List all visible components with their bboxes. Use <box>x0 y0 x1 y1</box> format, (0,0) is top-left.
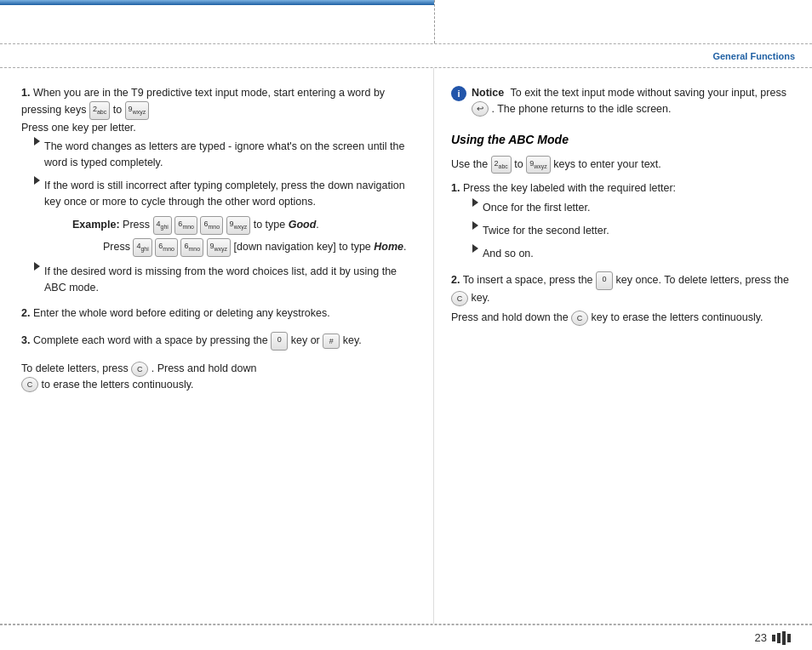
footer: 23 <box>0 624 812 650</box>
abc-key-c2: C <box>571 311 588 326</box>
item1-text-before-keys: When you are in the T9 predictive text i… <box>21 87 385 116</box>
item1-number: 1. <box>21 87 30 99</box>
section-title-row: General Functions <box>0 44 812 68</box>
key-c-left: C <box>131 362 148 377</box>
bullet-arrow-2 <box>34 176 40 185</box>
key-9wxyz: 9wxyz <box>125 101 150 120</box>
key-2abc: 2abc <box>89 101 110 120</box>
item3-key-end: key. <box>343 334 362 346</box>
key-c-left2: C <box>21 377 38 392</box>
abc-key-9: 9wxyz <box>526 156 551 174</box>
example1-period: . <box>316 220 318 231</box>
abc-intro: Use the 2abc to 9wxyz keys to enter your… <box>451 156 795 174</box>
key-hash: # <box>323 334 340 349</box>
abc-key-0: 0 <box>596 271 613 290</box>
example2-word: Home <box>374 241 403 253</box>
notice-key: ↩ <box>472 101 489 117</box>
notice-icon: i <box>451 86 466 101</box>
notice-text: To exit the text input mode without savi… <box>510 87 786 99</box>
abc-item-2-text2: Press and hold down the C key to erase t… <box>451 310 795 326</box>
abc-key-c: C <box>451 291 468 306</box>
bar-1 <box>772 635 775 641</box>
abc-item2-number: 2. <box>451 275 460 287</box>
left-bullet-1-text: The word changes as letters are typed - … <box>44 139 416 171</box>
abc-arrow-3 <box>472 244 478 253</box>
delete-text1: To delete letters, press <box>21 362 131 374</box>
delete-note-text: To delete letters, press C . Press and h… <box>21 361 416 393</box>
item3-number: 3. <box>21 334 30 346</box>
left-bullet-2: If the word is still incorrect after typ… <box>21 178 416 210</box>
example2-nav: [down navigation key] to type <box>234 241 375 253</box>
notice-label: Notice <box>472 87 504 99</box>
left-bullet-1: The word changes as letters are typed - … <box>21 139 416 171</box>
notice-box: i Notice To exit the text input mode wit… <box>451 85 795 117</box>
abc-item2-content2: key once. To delete letters, press the <box>616 275 789 287</box>
key-4ghi: 4ghi <box>153 216 172 235</box>
abc-item-2: 2. To insert a space, press the 0 key on… <box>451 271 795 325</box>
bar-4 <box>787 634 791 642</box>
page-bars <box>772 631 791 645</box>
top-header <box>0 0 812 44</box>
key-9wxyz-3: 9wxyz <box>207 238 232 257</box>
abc-item-1-text: 1. Press the key labeled with the requir… <box>451 180 795 197</box>
header-blue-stripe <box>0 0 434 5</box>
abc-item2-erase: key to erase the letters continuously. <box>592 311 763 323</box>
example2-period: . <box>403 241 406 253</box>
item2-number: 2. <box>21 307 30 319</box>
example1-word: Good <box>289 220 317 231</box>
example-line-1: Example: Press 4ghi 6mno 6mno 9wxyz to t… <box>72 216 416 235</box>
delete-note: To delete letters, press C . Press and h… <box>21 361 416 393</box>
item1-to: to <box>113 104 125 116</box>
left-bullet-3-text: If the desired word is missing from the … <box>44 264 416 296</box>
abc-bullet-1: Once for the first letter. <box>451 200 795 216</box>
bullet-arrow-1 <box>34 137 40 145</box>
abc-item1-number: 1. <box>451 182 460 194</box>
key-6mno-2: 6mno <box>200 216 223 235</box>
abc-section-title: Using the ABC Mode <box>451 131 795 149</box>
abc-arrow-1 <box>472 198 478 207</box>
abc-item2-hold: Press and hold down the <box>451 311 571 323</box>
abc-item2-content3: key. <box>471 292 489 304</box>
abc-bullet-3-text: And so on. <box>483 246 534 262</box>
left-item-1-text: 1. When you are in the T9 predictive tex… <box>21 85 416 135</box>
abc-bullet-3: And so on. <box>451 246 795 262</box>
abc-keys-text: keys to enter your text. <box>553 158 660 170</box>
section-title: General Functions <box>712 51 795 61</box>
page-number: 23 <box>755 631 767 644</box>
bullet-arrow-3 <box>34 262 40 271</box>
header-right-panel <box>434 0 812 43</box>
key-6mno-3: 6mno <box>155 238 178 257</box>
bar-3 <box>782 631 786 645</box>
left-item-3: 3. Complete each word with a space by pr… <box>21 332 416 351</box>
left-item-2-text: 2. Enter the whole word before editing o… <box>21 305 416 322</box>
abc-key-2: 2abc <box>491 156 512 174</box>
abc-item1-content: Press the key labeled with the required … <box>463 182 676 194</box>
abc-item-2-text: 2. To insert a space, press the 0 key on… <box>451 271 795 306</box>
page-container: General Functions 1. When you are in the… <box>0 0 812 650</box>
item3-content: Complete each word with a space by press… <box>33 334 271 346</box>
left-bullet-2-text: If the word is still incorrect after typ… <box>44 178 416 210</box>
item3-key-or: key or <box>291 334 323 346</box>
left-bullet-3: If the desired word is missing from the … <box>21 264 416 296</box>
abc-use-text: Use the <box>451 158 491 170</box>
left-item-1: 1. When you are in the T9 predictive tex… <box>21 85 416 295</box>
header-left-panel <box>0 0 434 43</box>
abc-arrow-2 <box>472 221 478 230</box>
left-item-3-text: 3. Complete each word with a space by pr… <box>21 332 416 351</box>
example-line-2: Press 4ghi 6mno 6mno 9wxyz [down navigat… <box>72 238 416 257</box>
key-4ghi-2: 4ghi <box>133 238 152 257</box>
example1-press: Press <box>123 220 152 231</box>
notice-text2: . The phone returns to the idle screen. <box>491 103 671 115</box>
delete-text3: to erase the letters continuously. <box>41 379 193 391</box>
item1-press-text: Press one key per letter. <box>21 122 136 134</box>
abc-bullet-1-text: Once for the first letter. <box>483 200 590 216</box>
abc-bullet-2: Twice for the second letter. <box>451 223 795 239</box>
abc-bullet-2-text: Twice for the second letter. <box>483 223 609 239</box>
notice-content: Notice To exit the text input mode witho… <box>472 85 795 117</box>
key-6mno-4: 6mno <box>180 238 203 257</box>
example-label: Example: <box>72 220 120 231</box>
delete-text2: . Press and hold down <box>152 362 257 374</box>
abc-item-1: 1. Press the key labeled with the requir… <box>451 180 795 261</box>
right-column: i Notice To exit the text input mode wit… <box>434 68 812 624</box>
abc-item2-content1: To insert a space, press the <box>463 275 596 287</box>
